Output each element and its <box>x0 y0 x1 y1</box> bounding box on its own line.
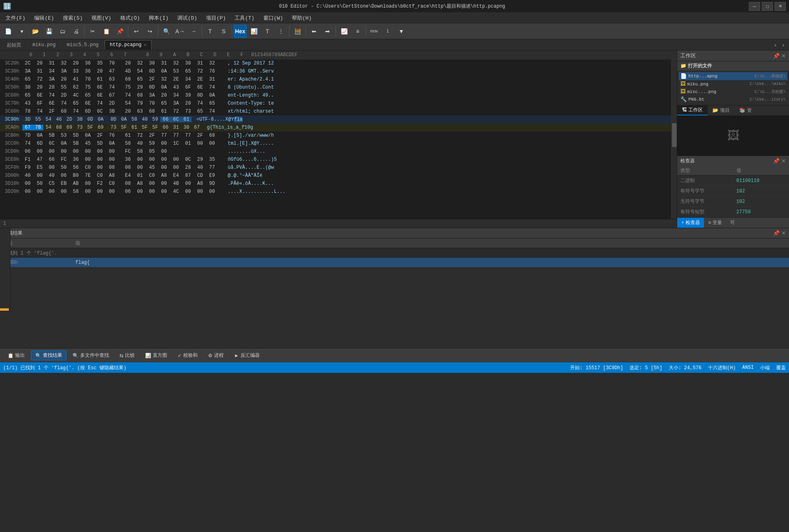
checksum-button[interactable]: ✓ 校验和 <box>173 350 202 360</box>
multi-find-button[interactable]: 🔍 多文件中查找 <box>68 350 113 360</box>
hex-scrollbar[interactable] <box>671 59 677 219</box>
tab-misc[interactable]: misc5.5.png <box>62 40 104 50</box>
table-row[interactable]: 3CB0h 7D0A5B535D0A2F76 61722F7777772F68 … <box>0 131 671 140</box>
status-mode[interactable]: 覆盖 <box>776 364 786 371</box>
list-item[interactable]: 📄 http...apng C:\U...和描述\ <box>679 72 787 80</box>
toolbar-bits[interactable]: ⋮ <box>275 25 287 38</box>
insp-tab-variables[interactable]: ≋ 变量 <box>704 218 726 228</box>
toolbar-redo[interactable]: ↪ <box>144 25 156 38</box>
table-row[interactable]: 3C40h 65723A2041706163 68652F322E342E31 … <box>0 75 671 83</box>
insp-tab-more[interactable]: 可 <box>726 218 739 228</box>
toolbar-goto[interactable]: → <box>187 25 200 38</box>
toolbar-compare[interactable]: ≡ <box>351 25 364 38</box>
menu-file[interactable]: 文件(F) <box>2 14 29 22</box>
workarea-tab-workarea[interactable]: 🏗 工作区 <box>677 105 708 115</box>
hex-body[interactable]: 3C20h 2C20313220363570 2032303132303132 … <box>0 59 677 219</box>
tab-prev[interactable]: ‹ <box>771 41 779 49</box>
tab-next[interactable]: › <box>779 41 787 49</box>
output-button[interactable]: 📋 输出 <box>3 350 29 360</box>
find-result-row[interactable]: 3C9Dh flag{ <box>0 258 789 267</box>
compare-button[interactable]: ⇆ 比较 <box>115 350 139 360</box>
table-row[interactable]: 3C70h 436F6E74656E742D 547970653A207465 … <box>0 99 671 107</box>
menu-search[interactable]: 搜索(S) <box>59 14 87 22</box>
toolbar-histogram[interactable]: 📈 <box>338 25 350 38</box>
workarea-tab-resource[interactable]: 📚 资 <box>734 105 757 115</box>
toolbar-cut[interactable]: ✂ <box>86 25 99 38</box>
table-row[interactable]: 3C90h 3D 55 54 46 2D 38 0D 0A 0D <box>0 115 671 123</box>
table-row[interactable]: 3CF0h F9E5005056C00008 0800450000284077 … <box>0 164 671 172</box>
maximize-button[interactable]: □ <box>762 2 773 11</box>
insp-tab-inspector[interactable]: ⚡ 检查器 <box>677 218 704 228</box>
table-row[interactable]: 3C60h 656E742D4C656E67 74683A2034390D0A … <box>0 91 671 99</box>
table-row[interactable]: 3C30h 3A31343A33362047 4D540D0A53657276 … <box>0 67 671 75</box>
table-row[interactable]: 3C20h 2C20313220363570 2032303132303132 … <box>0 59 671 67</box>
tab-http[interactable]: http.pcapng ✕ <box>105 40 152 50</box>
toolbar-more[interactable]: ▼ <box>395 25 408 38</box>
menu-format[interactable]: 格式(O) <box>116 14 144 22</box>
process-button[interactable]: ⚙ 进程 <box>204 350 228 360</box>
status-encoding[interactable]: 十六进制(H) <box>708 364 736 371</box>
toolbar-find[interactable]: 🔍 <box>160 25 173 38</box>
toolbar-hex[interactable]: Hex <box>234 25 247 38</box>
toolbar-text[interactable]: T <box>261 25 274 38</box>
byte: 65 <box>207 101 217 106</box>
workarea-pin[interactable]: 📌 <box>773 53 780 59</box>
menu-help[interactable]: 帮助(H) <box>288 14 316 22</box>
inspector-pin[interactable]: 📌 <box>773 158 780 164</box>
toolbar-forward[interactable]: ➡ <box>321 25 334 38</box>
menu-view[interactable]: 视图(V) <box>87 14 115 22</box>
table-row[interactable]: 3CA0h 67 7B 54 68 69 73 5F 69 73 <box>0 123 671 131</box>
minimize-button[interactable]: ─ <box>749 2 760 11</box>
close-button[interactable]: ✕ <box>775 2 786 11</box>
menu-edit[interactable]: 编辑(E) <box>30 14 58 22</box>
toolbar-calc[interactable]: 🧮 <box>291 25 304 38</box>
toolbar-dec[interactable]: 📊 <box>247 25 260 38</box>
menu-debug[interactable]: 调试(D) <box>173 14 201 22</box>
toolbar-asm[interactable]: mov <box>368 25 380 38</box>
table-row[interactable]: 3C80h 78742F68746D6C3B 2063686172736574 … <box>0 107 671 115</box>
table-row[interactable]: 3C50h 3820285562756E74 75290D0A436F6E74 … <box>0 83 671 91</box>
histogram-button[interactable]: 📊 直方图 <box>141 350 172 360</box>
toolbar-new[interactable]: 📄 <box>2 25 14 38</box>
tab-miku[interactable]: miku.png <box>27 40 61 50</box>
menu-window[interactable]: 窗口(W) <box>259 14 287 22</box>
list-item[interactable]: 🖼 miku.png C:\Use...\miku\ <box>679 80 787 88</box>
table-row[interactable]: 3D20h 0000000058000000 060000004C000000 … <box>0 188 671 196</box>
menu-project[interactable]: 项目(P) <box>202 14 230 22</box>
list-item[interactable]: 🖼 misc....png C:\U...开的图\ <box>679 88 787 95</box>
table-row[interactable]: 3CC0h 746D6C0A5B455D0A 584059001C010000 … <box>0 140 671 148</box>
find-results-button[interactable]: 🔍 查找结果 <box>31 350 67 360</box>
menu-tools[interactable]: 工具(T) <box>231 14 258 22</box>
toolbar-replace[interactable]: A→ <box>174 25 186 38</box>
toolbar-back[interactable]: ⬅ <box>308 25 320 38</box>
tab-http-close[interactable]: ✕ <box>144 42 146 47</box>
inspector-close[interactable]: ✕ <box>781 158 786 164</box>
toolbar-save-all[interactable]: 🗂 <box>56 25 69 38</box>
status-charset[interactable]: ANSI <box>742 365 754 370</box>
find-results-close[interactable]: ✕ <box>781 230 786 236</box>
list-item[interactable]: 🔧 PNG.bt C:\Use...itory\ <box>679 95 787 103</box>
toolbar-undo[interactable]: ↩ <box>130 25 143 38</box>
toolbar-paste[interactable]: 📌 <box>113 25 126 38</box>
find-results-pin[interactable]: 📌 <box>773 230 780 236</box>
toolbar-script[interactable]: S <box>217 25 230 38</box>
toolbar-open[interactable]: 📂 <box>29 25 42 38</box>
disasm-button[interactable]: ► 反汇编器 <box>230 350 264 360</box>
status-endian[interactable]: 小端 <box>760 364 770 371</box>
table-row[interactable]: 3CE0h F14766FC36000000 36000000000C2935 … <box>0 156 671 164</box>
table-row[interactable]: 3CD0h 0600000000000000 FC580500 ........… <box>0 148 671 156</box>
tab-start[interactable]: 起始页 <box>2 40 26 50</box>
menu-script[interactable]: 脚本(I) <box>145 14 172 22</box>
row-addr: 3C30h <box>0 69 22 74</box>
toolbar-copy[interactable]: 📋 <box>100 25 113 38</box>
workarea-close[interactable]: ✕ <box>781 53 786 59</box>
table-row[interactable]: 3D00h 40004006B07EC0A8 E401C0A8E487CDE9 … <box>0 172 671 180</box>
toolbar-bits2[interactable]: 1 <box>381 25 394 38</box>
toolbar-template[interactable]: T <box>204 25 216 38</box>
toolbar-open-split[interactable]: ▾ <box>15 25 28 38</box>
scroll-thumb[interactable] <box>672 123 677 147</box>
workarea-tab-project[interactable]: 📂 项目 <box>708 105 734 115</box>
table-row[interactable]: 3D10h 0050C5EBAB80F2C0 08A800004B00A89D … <box>0 180 671 188</box>
toolbar-print[interactable]: 🖨 <box>70 25 83 38</box>
toolbar-save[interactable]: 💾 <box>42 25 55 38</box>
